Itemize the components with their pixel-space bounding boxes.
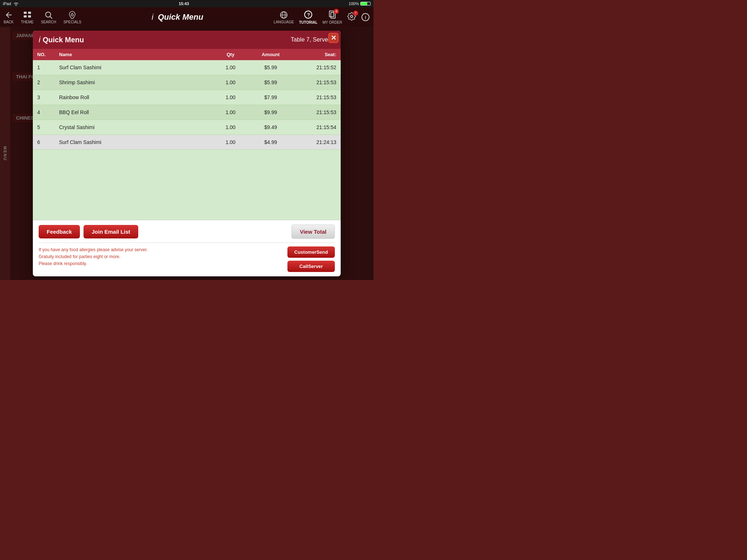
svg-point-8 xyxy=(71,14,73,16)
col-no: NO. xyxy=(37,52,59,57)
row2-no: 2 xyxy=(37,79,59,85)
row6-no: 6 xyxy=(37,139,59,145)
row3-no: 3 xyxy=(37,94,59,100)
row4-seat: 21:15:53 xyxy=(293,109,336,115)
my-order-button[interactable]: 8 MY ORDER xyxy=(322,10,342,24)
table-row: 4 BBQ Eel Roll 1.00 $9.99 21:15:53 xyxy=(33,105,341,120)
row2-amount: $5.99 xyxy=(249,79,293,85)
row1-no: 1 xyxy=(37,65,59,70)
status-left: iPad xyxy=(3,1,19,6)
svg-point-16 xyxy=(351,15,353,18)
svg-text:i: i xyxy=(365,15,366,20)
footer-buttons: Feedback Join Email List View Total xyxy=(39,225,335,239)
row5-qty: 1.00 xyxy=(212,124,249,130)
join-email-button[interactable]: Join Email List xyxy=(84,225,138,238)
language-button[interactable]: LANGUAGE xyxy=(274,11,294,24)
modal-footer: Feedback Join Email List View Total If y… xyxy=(33,220,341,276)
info-icon: i xyxy=(361,13,370,22)
row6-name: Surf Clam Sashimi xyxy=(59,139,212,145)
row2-qty: 1.00 xyxy=(212,79,249,85)
footer-bottom: If you have any food allergies please ad… xyxy=(39,246,335,272)
customer-send-button[interactable]: CustomerSend xyxy=(287,246,335,258)
row6-amount: $4.99 xyxy=(249,139,293,145)
col-amount: Amount xyxy=(249,52,293,57)
row6-qty: 1.00 xyxy=(212,139,249,145)
row3-seat: 21:15:53 xyxy=(293,94,336,100)
specials-button[interactable]: SPECIALS xyxy=(63,11,81,24)
row5-no: 5 xyxy=(37,124,59,130)
status-bar: iPad 15:43 100% xyxy=(0,0,374,7)
feedback-button[interactable]: Feedback xyxy=(39,225,80,238)
row2-seat: 21:15:53 xyxy=(293,79,336,85)
battery-pct-label: 100% xyxy=(349,1,359,6)
search-button[interactable]: SEARCH xyxy=(41,11,56,24)
table-row: 5 Crystal Sashimi 1.00 $9.49 21:15:54 xyxy=(33,120,341,135)
my-order-badge: 8 xyxy=(334,9,339,14)
row4-no: 4 xyxy=(37,109,59,115)
order-modal: ✕ i Quick Menu Table 7, Server:1 NO. Nam… xyxy=(33,31,341,276)
status-right: 100% xyxy=(349,1,371,6)
row3-name: Rainbow Roll xyxy=(59,94,212,100)
theme-button[interactable]: THEME xyxy=(21,11,34,24)
row5-seat: 21:15:54 xyxy=(293,124,336,130)
language-icon xyxy=(279,11,288,19)
ipad-label: iPad xyxy=(3,1,11,6)
close-button[interactable]: ✕ xyxy=(328,33,338,43)
col-name: Name xyxy=(59,52,212,57)
back-icon xyxy=(4,11,13,19)
svg-text:?: ? xyxy=(307,12,310,18)
search-icon xyxy=(44,11,53,19)
order-table-body: 1 Surf Clam Sashimi 1.00 $5.99 21:15:52 … xyxy=(33,60,341,220)
svg-rect-14 xyxy=(329,11,334,17)
settings-button[interactable]: 7 xyxy=(347,12,356,22)
svg-line-6 xyxy=(50,16,53,19)
table-header: NO. Name Qty Amount Seat: xyxy=(33,49,341,60)
back-button[interactable]: BACK xyxy=(4,11,13,24)
row5-name: Crystal Sashimi xyxy=(59,124,212,130)
svg-point-5 xyxy=(46,12,51,17)
col-qty: Qty xyxy=(212,52,249,57)
battery-icon xyxy=(360,2,371,5)
footer-inner-divider xyxy=(39,242,335,243)
table-row: 6 Surf Clam Sashimi 1.00 $4.99 21:24:13 xyxy=(33,135,341,150)
svg-rect-2 xyxy=(28,12,31,14)
row1-qty: 1.00 xyxy=(212,65,249,70)
table-row: 3 Rainbow Roll 1.00 $7.99 21:15:53 xyxy=(33,90,341,105)
footer-action-buttons: CustomerSend CallServer xyxy=(287,246,335,272)
svg-point-0 xyxy=(16,5,17,6)
nav-bar: BACK THEME SEARCH xyxy=(0,7,374,27)
row1-seat: 21:15:52 xyxy=(293,65,336,70)
app-logo: i Quick Menu xyxy=(152,12,204,22)
row2-name: Shrimp Sashimi xyxy=(59,79,212,85)
col-seat: Seat: xyxy=(293,52,336,57)
call-server-button[interactable]: CallServer xyxy=(287,261,335,272)
logo-text: Quick Menu xyxy=(43,36,84,44)
tutorial-icon: ? xyxy=(304,10,313,19)
modal-logo: i Quick Menu xyxy=(39,35,84,44)
row3-amount: $7.99 xyxy=(249,94,293,100)
wifi-icon xyxy=(13,1,19,6)
row3-qty: 1.00 xyxy=(212,94,249,100)
logo-i-mark: i xyxy=(39,35,40,44)
svg-rect-3 xyxy=(24,15,27,18)
table-row: 1 Surf Clam Sashimi 1.00 $5.99 21:15:52 xyxy=(33,60,341,75)
row4-qty: 1.00 xyxy=(212,109,249,115)
nav-left: BACK THEME SEARCH xyxy=(4,11,81,24)
specials-icon xyxy=(68,11,77,19)
info-button[interactable]: i xyxy=(361,13,370,22)
row1-name: Surf Clam Sashimi xyxy=(59,65,212,70)
tutorial-button[interactable]: ? TUTORIAL xyxy=(299,10,317,24)
settings-icon-wrap: 7 xyxy=(347,12,356,22)
row4-amount: $9.99 xyxy=(249,109,293,115)
svg-rect-4 xyxy=(28,15,31,18)
theme-icon xyxy=(23,11,32,19)
view-total-button[interactable]: View Total xyxy=(291,225,335,239)
app-title: Quick Menu xyxy=(158,12,204,22)
main-background: MENU JAPANESE FOOD THAI FOO... CHINESE..… xyxy=(0,27,374,280)
i-mark: i xyxy=(152,12,154,22)
row5-amount: $9.49 xyxy=(249,124,293,130)
allergy-notice: If you have any food allergies please ad… xyxy=(39,246,148,268)
row6-seat: 21:24:13 xyxy=(293,139,336,145)
nav-right: LANGUAGE ? TUTORIAL 8 MY ORDER xyxy=(274,10,370,24)
settings-badge: 7 xyxy=(353,11,358,16)
